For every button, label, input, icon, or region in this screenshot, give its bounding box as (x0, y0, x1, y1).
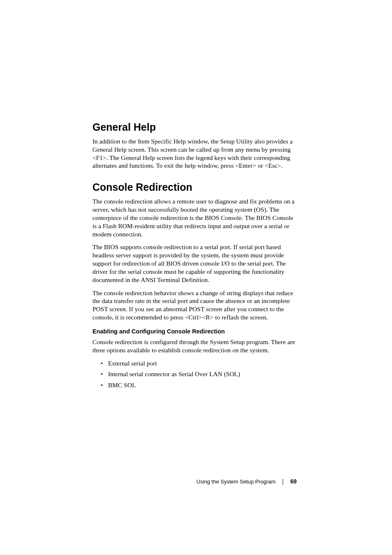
footer-divider (283, 479, 283, 485)
page-content: General Help In addition to the Item Spe… (0, 0, 392, 389)
heading-console-redirection: Console Redirection (92, 181, 297, 193)
page-footer: Using the System Setup Program 69 (0, 478, 392, 485)
list-item: BMC SOL (108, 381, 297, 389)
list-item: Internal serial connector as Serial Over… (108, 370, 297, 378)
list-item: External serial port (108, 359, 297, 368)
paragraph: The console redirection allows a remote … (92, 197, 297, 238)
subheading-enabling-configuring: Enabling and Configuring Console Redirec… (92, 328, 297, 335)
options-list: External serial port Internal serial con… (92, 359, 297, 389)
paragraph: The BIOS supports console redirection to… (92, 243, 297, 284)
footer-page-number: 69 (290, 478, 297, 485)
paragraph: In addition to the Item Specific Help wi… (92, 137, 297, 170)
footer-section-label: Using the System Setup Program (196, 479, 276, 485)
paragraph: The console redirection behavior shows a… (92, 289, 297, 321)
paragraph: Console redirection is configured throug… (92, 338, 297, 354)
heading-general-help: General Help (92, 121, 297, 133)
